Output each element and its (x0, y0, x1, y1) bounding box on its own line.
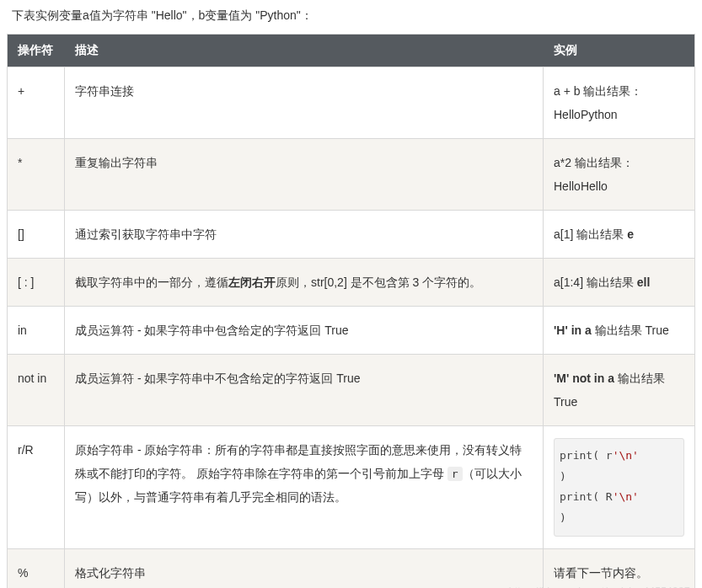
desc-cell: 成员运算符 - 如果字符串中不包含给定的字符返回 True (65, 355, 544, 426)
desc-cell: 重复输出字符串 (65, 139, 544, 211)
table-row: in 成员运算符 - 如果字符串中包含给定的字符返回 True 'H' in a… (8, 307, 695, 355)
desc-cell: 字符串连接 (65, 67, 544, 139)
op-cell: in (8, 307, 65, 355)
code-block: print( r'\n' ) print( R'\n' ) (554, 438, 684, 537)
op-cell: % (8, 548, 65, 588)
operators-table: 操作符 描述 实例 + 字符串连接 a + b 输出结果： HelloPytho… (7, 34, 695, 588)
header-example: 实例 (544, 35, 695, 67)
example-cell: 'M' not in a 输出结果 True (544, 355, 695, 426)
example-cell: print( r'\n' ) print( R'\n' ) (544, 426, 695, 549)
op-cell: * (8, 139, 65, 211)
table-row: [] 通过索引获取字符串中字符 a[1] 输出结果 e (8, 211, 695, 259)
table-row: * 重复输出字符串 a*2 输出结果：HelloHello (8, 139, 695, 211)
table-row: [ : ] 截取字符串中的一部分，遵循左闭右开原则，str[0,2] 是不包含第… (8, 259, 695, 307)
example-cell: a[1] 输出结果 e (544, 211, 695, 259)
op-cell: r/R (8, 426, 65, 549)
table-row: + 字符串连接 a + b 输出结果： HelloPython (8, 67, 695, 139)
op-cell: [ : ] (8, 259, 65, 307)
example-cell: a*2 输出结果：HelloHello (544, 139, 695, 211)
header-description: 描述 (65, 35, 544, 67)
desc-cell: 成员运算符 - 如果字符串中包含给定的字符返回 True (65, 307, 544, 355)
example-cell: a[1:4] 输出结果 ell (544, 259, 695, 307)
op-cell: [] (8, 211, 65, 259)
op-cell: + (8, 67, 65, 139)
example-cell: a + b 输出结果： HelloPython (544, 67, 695, 139)
intro-text: 下表实例变量a值为字符串 "Hello"，b变量值为 "Python"： (0, 0, 702, 34)
table-row: not in 成员运算符 - 如果字符串中不包含给定的字符返回 True 'M'… (8, 355, 695, 426)
op-cell: not in (8, 355, 65, 426)
desc-cell: 格式化字符串 (65, 548, 544, 588)
table-row: % 格式化字符串 请看下一节内容。 (8, 548, 695, 588)
table-row: r/R 原始字符串 - 原始字符串：所有的字符串都是直接按照字面的意思来使用，没… (8, 426, 695, 549)
desc-cell: 原始字符串 - 原始字符串：所有的字符串都是直接按照字面的意思来使用，没有转义特… (65, 426, 544, 549)
header-operator: 操作符 (8, 35, 65, 67)
desc-cell: 截取字符串中的一部分，遵循左闭右开原则，str[0,2] 是不包含第 3 个字符… (65, 259, 544, 307)
desc-cell: 通过索引获取字符串中字符 (65, 211, 544, 259)
example-cell: 'H' in a 输出结果 True (544, 307, 695, 355)
table-header-row: 操作符 描述 实例 (8, 35, 695, 67)
example-cell: 请看下一节内容。 (544, 548, 695, 588)
inline-code: r (447, 467, 463, 481)
